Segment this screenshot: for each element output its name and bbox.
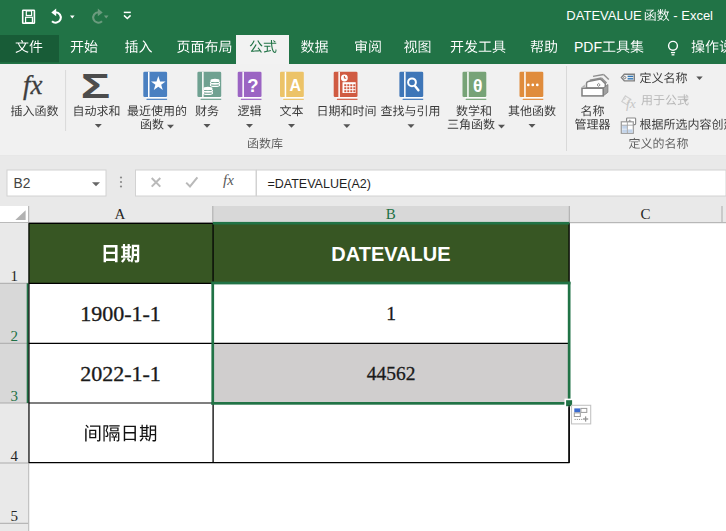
svg-text:44562: 44562 (367, 363, 416, 384)
svg-text:1900-1-1: 1900-1-1 (80, 301, 161, 326)
svg-text:?: ? (247, 75, 258, 96)
svg-text:PDF: PDF (574, 39, 602, 55)
svg-text:A: A (289, 77, 301, 94)
svg-text:A: A (114, 206, 125, 222)
svg-text:1: 1 (11, 268, 19, 284)
svg-text:C: C (641, 206, 651, 222)
svg-text:fx: fx (626, 96, 636, 111)
svg-text:1: 1 (386, 303, 396, 324)
svg-text:- Excel: - Excel (670, 8, 713, 23)
svg-text:2: 2 (11, 328, 19, 344)
svg-text:fx: fx (223, 172, 234, 188)
svg-text:5: 5 (11, 508, 19, 524)
svg-text:fx: fx (23, 70, 43, 100)
svg-text:θ: θ (473, 76, 482, 96)
svg-text:3: 3 (11, 388, 19, 404)
svg-text:2022-1-1: 2022-1-1 (80, 361, 161, 386)
svg-text:B2: B2 (14, 176, 31, 191)
svg-text:Σ: Σ (81, 66, 110, 105)
svg-text:B: B (386, 206, 396, 222)
svg-text:DATEVALUE: DATEVALUE (566, 8, 642, 23)
svg-text:4: 4 (11, 448, 19, 464)
svg-text:DATEVALUE: DATEVALUE (331, 243, 450, 265)
svg-text:=DATEVALUE(A2): =DATEVALUE(A2) (268, 177, 371, 191)
